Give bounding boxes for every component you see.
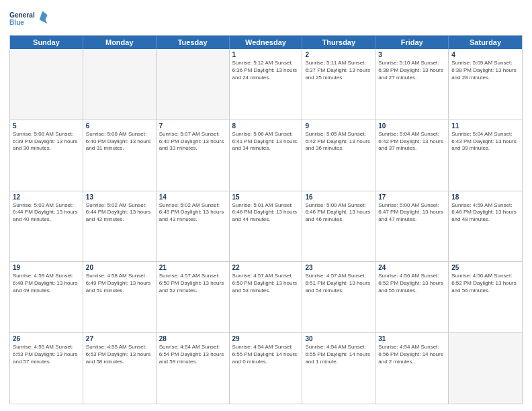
- day-number: 1: [232, 51, 300, 58]
- cell-info: Sunrise: 4:56 AM Sunset: 6:52 PM Dayligh…: [378, 273, 445, 294]
- cell-info: Sunrise: 5:00 AM Sunset: 6:47 PM Dayligh…: [378, 202, 445, 224]
- cell-info: Sunrise: 4:54 AM Sunset: 6:54 PM Dayligh…: [159, 344, 226, 365]
- day-number: 24: [378, 264, 445, 271]
- cal-header-day: Tuesday: [157, 36, 230, 49]
- day-number: 15: [232, 193, 300, 201]
- cell-info: Sunrise: 5:10 AM Sunset: 6:38 PM Dayligh…: [378, 60, 445, 81]
- calendar-cell: 17Sunrise: 5:00 AM Sunset: 6:47 PM Dayli…: [375, 191, 449, 262]
- calendar-body: 1Sunrise: 5:12 AM Sunset: 6:36 PM Daylig…: [10, 49, 522, 404]
- calendar-cell: [157, 49, 230, 120]
- day-number: 14: [159, 193, 226, 201]
- calendar-cell: 19Sunrise: 4:59 AM Sunset: 6:48 PM Dayli…: [10, 262, 83, 332]
- day-number: 23: [305, 264, 372, 271]
- calendar-cell: 1Sunrise: 5:12 AM Sunset: 6:36 PM Daylig…: [230, 49, 303, 120]
- day-number: 12: [13, 193, 80, 201]
- calendar-cell: 30Sunrise: 4:54 AM Sunset: 6:55 PM Dayli…: [302, 333, 375, 404]
- calendar-cell: [449, 333, 522, 404]
- page: General Blue SundayMondayTuesdayWednesda…: [0, 0, 532, 411]
- calendar-cell: 20Sunrise: 4:58 AM Sunset: 6:49 PM Dayli…: [83, 262, 157, 332]
- calendar-header: SundayMondayTuesdayWednesdayThursdayFrid…: [10, 36, 522, 49]
- calendar-cell: 24Sunrise: 4:56 AM Sunset: 6:52 PM Dayli…: [375, 262, 449, 332]
- cell-info: Sunrise: 5:02 AM Sunset: 6:44 PM Dayligh…: [86, 202, 153, 224]
- cell-info: Sunrise: 5:02 AM Sunset: 6:45 PM Dayligh…: [159, 202, 226, 224]
- cell-info: Sunrise: 5:01 AM Sunset: 6:46 PM Dayligh…: [232, 202, 300, 224]
- calendar-cell: 12Sunrise: 5:03 AM Sunset: 6:44 PM Dayli…: [10, 191, 83, 262]
- calendar-cell: 28Sunrise: 4:54 AM Sunset: 6:54 PM Dayli…: [157, 333, 230, 404]
- cell-info: Sunrise: 4:54 AM Sunset: 6:55 PM Dayligh…: [305, 344, 372, 365]
- cell-info: Sunrise: 4:57 AM Sunset: 6:51 PM Dayligh…: [305, 273, 372, 294]
- cell-info: Sunrise: 4:58 AM Sunset: 6:49 PM Dayligh…: [86, 273, 153, 294]
- day-number: 22: [232, 264, 300, 271]
- cell-info: Sunrise: 4:55 AM Sunset: 6:53 PM Dayligh…: [13, 344, 80, 365]
- calendar-cell: 14Sunrise: 5:02 AM Sunset: 6:45 PM Dayli…: [157, 191, 230, 262]
- calendar-cell: 8Sunrise: 5:06 AM Sunset: 6:41 PM Daylig…: [230, 120, 303, 191]
- calendar-cell: 21Sunrise: 4:57 AM Sunset: 6:50 PM Dayli…: [157, 262, 230, 332]
- cell-info: Sunrise: 5:11 AM Sunset: 6:37 PM Dayligh…: [305, 60, 372, 81]
- calendar-cell: 11Sunrise: 5:04 AM Sunset: 6:43 PM Dayli…: [449, 120, 522, 191]
- day-number: 30: [305, 335, 372, 342]
- day-number: 18: [451, 193, 519, 201]
- header: General Blue: [9, 7, 523, 31]
- cal-header-day: Saturday: [449, 36, 522, 49]
- day-number: 29: [232, 335, 300, 342]
- cal-header-day: Sunday: [10, 36, 83, 49]
- calendar-cell: 3Sunrise: 5:10 AM Sunset: 6:38 PM Daylig…: [375, 49, 449, 120]
- cell-info: Sunrise: 4:54 AM Sunset: 6:56 PM Dayligh…: [378, 344, 445, 365]
- day-number: 4: [451, 51, 519, 58]
- calendar: SundayMondayTuesdayWednesdayThursdayFrid…: [9, 35, 523, 404]
- cell-info: Sunrise: 5:07 AM Sunset: 6:40 PM Dayligh…: [159, 131, 226, 152]
- svg-text:Blue: Blue: [9, 19, 24, 26]
- calendar-cell: 25Sunrise: 4:56 AM Sunset: 6:52 PM Dayli…: [449, 262, 522, 332]
- calendar-cell: 16Sunrise: 5:00 AM Sunset: 6:46 PM Dayli…: [302, 191, 375, 262]
- calendar-cell: 26Sunrise: 4:55 AM Sunset: 6:53 PM Dayli…: [10, 333, 83, 404]
- calendar-cell: 5Sunrise: 5:08 AM Sunset: 6:39 PM Daylig…: [10, 120, 83, 191]
- cell-info: Sunrise: 4:59 AM Sunset: 6:48 PM Dayligh…: [13, 273, 80, 294]
- calendar-cell: 27Sunrise: 4:55 AM Sunset: 6:53 PM Dayli…: [83, 333, 157, 404]
- cal-header-day: Friday: [375, 36, 449, 49]
- day-number: 9: [305, 122, 372, 130]
- cell-info: Sunrise: 4:56 AM Sunset: 6:52 PM Dayligh…: [451, 273, 519, 294]
- day-number: 17: [378, 193, 445, 201]
- day-number: 11: [451, 122, 519, 130]
- calendar-week-row: 19Sunrise: 4:59 AM Sunset: 6:48 PM Dayli…: [10, 262, 522, 333]
- calendar-cell: 29Sunrise: 4:54 AM Sunset: 6:55 PM Dayli…: [230, 333, 303, 404]
- day-number: 31: [378, 335, 445, 342]
- day-number: 21: [159, 264, 226, 271]
- calendar-week-row: 5Sunrise: 5:08 AM Sunset: 6:39 PM Daylig…: [10, 120, 522, 191]
- svg-marker-2: [40, 11, 48, 24]
- svg-text:General: General: [9, 11, 35, 19]
- day-number: 13: [86, 193, 153, 201]
- day-number: 26: [13, 335, 80, 342]
- cal-header-day: Wednesday: [230, 36, 303, 49]
- day-number: 27: [86, 335, 153, 342]
- calendar-week-row: 12Sunrise: 5:03 AM Sunset: 6:44 PM Dayli…: [10, 191, 522, 263]
- day-number: 20: [86, 264, 153, 271]
- cell-info: Sunrise: 5:06 AM Sunset: 6:41 PM Dayligh…: [232, 131, 300, 152]
- calendar-cell: 13Sunrise: 5:02 AM Sunset: 6:44 PM Dayli…: [83, 191, 157, 262]
- calendar-cell: 6Sunrise: 5:08 AM Sunset: 6:40 PM Daylig…: [83, 120, 157, 191]
- calendar-week-row: 26Sunrise: 4:55 AM Sunset: 6:53 PM Dayli…: [10, 333, 522, 404]
- cell-info: Sunrise: 5:00 AM Sunset: 6:46 PM Dayligh…: [305, 202, 372, 224]
- cell-info: Sunrise: 5:04 AM Sunset: 6:42 PM Dayligh…: [378, 131, 445, 152]
- cell-info: Sunrise: 4:59 AM Sunset: 6:48 PM Dayligh…: [451, 202, 519, 224]
- calendar-cell: 10Sunrise: 5:04 AM Sunset: 6:42 PM Dayli…: [375, 120, 449, 191]
- logo: General Blue: [9, 7, 48, 31]
- day-number: 25: [451, 264, 519, 271]
- calendar-cell: 2Sunrise: 5:11 AM Sunset: 6:37 PM Daylig…: [302, 49, 375, 120]
- cell-info: Sunrise: 5:08 AM Sunset: 6:40 PM Dayligh…: [86, 131, 153, 152]
- calendar-cell: 7Sunrise: 5:07 AM Sunset: 6:40 PM Daylig…: [157, 120, 230, 191]
- calendar-cell: [83, 49, 157, 120]
- cell-info: Sunrise: 5:08 AM Sunset: 6:39 PM Dayligh…: [13, 131, 80, 152]
- cal-header-day: Thursday: [302, 36, 375, 49]
- cell-info: Sunrise: 4:57 AM Sunset: 6:50 PM Dayligh…: [232, 273, 300, 294]
- calendar-cell: [10, 49, 83, 120]
- day-number: 5: [13, 122, 80, 130]
- day-number: 8: [232, 122, 300, 130]
- cell-info: Sunrise: 5:05 AM Sunset: 6:42 PM Dayligh…: [305, 131, 372, 152]
- cell-info: Sunrise: 5:03 AM Sunset: 6:44 PM Dayligh…: [13, 202, 80, 224]
- day-number: 19: [13, 264, 80, 271]
- cell-info: Sunrise: 5:09 AM Sunset: 6:38 PM Dayligh…: [451, 60, 519, 81]
- calendar-cell: 22Sunrise: 4:57 AM Sunset: 6:50 PM Dayli…: [230, 262, 303, 332]
- day-number: 10: [378, 122, 445, 130]
- day-number: 3: [378, 51, 445, 58]
